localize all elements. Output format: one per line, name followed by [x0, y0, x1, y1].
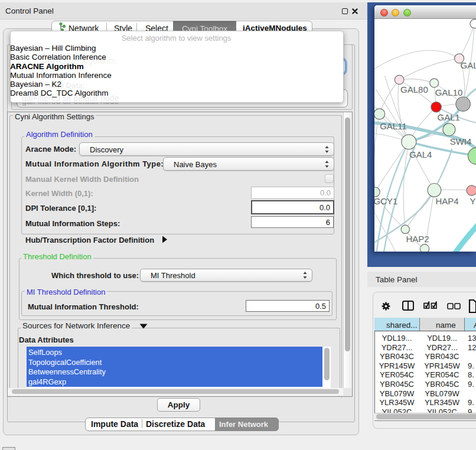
svg-text:GAL10: GAL10 — [435, 87, 463, 97]
svg-text:GAL11: GAL11 — [380, 121, 407, 131]
svg-text:SWI4: SWI4 — [450, 136, 472, 146]
svg-text:GAL4: GAL4 — [409, 149, 432, 159]
svg-text:HAP2: HAP2 — [406, 234, 429, 244]
svg-text:GAL7: GAL7 — [461, 60, 476, 70]
svg-text:HAP4: HAP4 — [436, 196, 459, 206]
svg-text:GAL1: GAL1 — [438, 112, 460, 122]
svg-text:Y: Y — [470, 196, 476, 206]
svg-text:GCY1: GCY1 — [374, 196, 397, 206]
svg-text:GAL80: GAL80 — [400, 84, 428, 94]
